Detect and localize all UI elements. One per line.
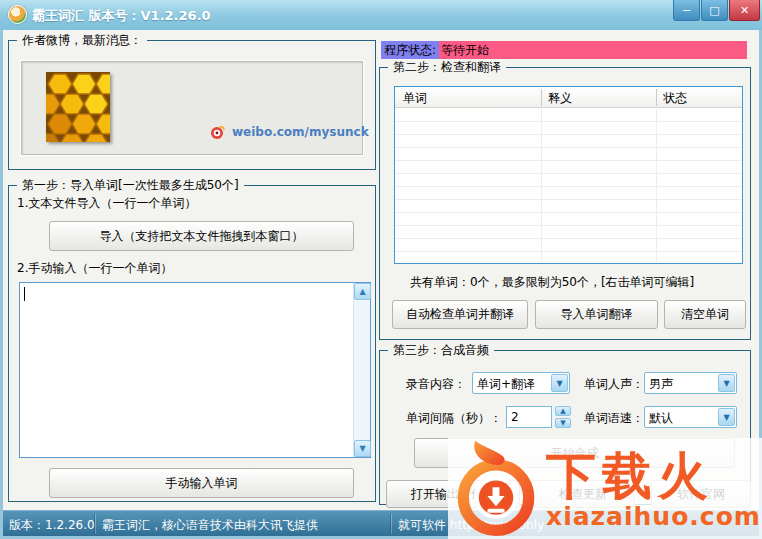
watermark-brand: 下载火: [546, 448, 761, 504]
column-header-status[interactable]: 状态: [663, 90, 687, 107]
weibo-url: weibo.com/mysunck: [232, 125, 369, 139]
weibo-banner[interactable]: weibo.com/mysunck: [21, 61, 363, 155]
voice-select[interactable]: 男声 ▼: [644, 372, 737, 394]
dropdown-arrow-icon[interactable]: ▼: [551, 374, 568, 392]
manual-input-button[interactable]: 手动输入单词: [49, 468, 354, 498]
clear-words-button[interactable]: 清空单词: [664, 300, 746, 329]
step1-groupbox: 第一步：导入单词[一次性最多生成50个] 1.文本文件导入（一行一个单词） 导入…: [8, 185, 376, 502]
app-icon: [8, 5, 27, 24]
statusbar-separator: [95, 514, 96, 534]
column-header-word[interactable]: 单词: [403, 90, 427, 107]
maximize-icon: □: [709, 4, 719, 17]
honeycomb-image: [46, 72, 110, 142]
speed-label: 单词语速：: [584, 410, 644, 427]
record-content-select[interactable]: 单词+翻译 ▼: [472, 372, 570, 394]
weibo-link[interactable]: weibo.com/mysunck: [210, 124, 369, 140]
xiazaihuo-watermark: 下载火 xiazaihuo.com: [448, 438, 762, 539]
program-status-strip: 程序状态: 等待开始: [381, 41, 747, 59]
app-window: 霸王词汇 版本号：V1.2.26.0 ─ □ ✕ 作者微博，最新消息：: [0, 0, 762, 539]
step2-group-title: 第二步：检查和翻译: [388, 59, 506, 76]
voice-label: 单词人声：: [584, 376, 644, 393]
scroll-down-icon[interactable]: ▼: [354, 440, 371, 457]
close-button[interactable]: ✕: [729, 0, 760, 21]
step3-group-title: 第三步：合成音频: [388, 342, 494, 359]
author-group-title: 作者微博，最新消息：: [17, 32, 147, 49]
speed-select[interactable]: 默认 ▼: [644, 406, 737, 428]
dropdown-arrow-icon[interactable]: ▼: [718, 408, 735, 426]
interval-label: 单词间隔（秒）：: [406, 410, 502, 427]
program-status-value: 等待开始: [439, 42, 489, 59]
import-translation-label: 导入单词翻译: [561, 306, 633, 323]
manual-input-hint: 2.手动输入（一行一个单词）: [17, 260, 172, 277]
header-separator[interactable]: [541, 89, 542, 106]
text-caret: [24, 287, 25, 301]
spin-up-icon[interactable]: ▲: [555, 406, 571, 416]
column-line: [656, 109, 657, 262]
record-content-label: 录音内容：: [406, 376, 466, 393]
program-status-label: 程序状态:: [381, 41, 439, 59]
statusbar-separator: [391, 514, 392, 534]
import-file-button-label: 导入（支持把文本文件拖拽到本窗口）: [100, 228, 304, 245]
interval-input[interactable]: 2: [506, 406, 552, 428]
maximize-button[interactable]: □: [701, 0, 728, 21]
word-table-header: 单词 释义 状态: [395, 87, 742, 108]
manual-input-button-label: 手动输入单词: [166, 475, 238, 492]
step2-groupbox: 第二步：检查和翻译 单词 释义 状态 共有单词：0个，最多限制为50个，[右击单…: [379, 67, 751, 340]
voice-value: 男声: [649, 376, 673, 393]
minimize-icon: ─: [683, 4, 690, 17]
words-textarea[interactable]: ▲ ▼: [19, 282, 371, 458]
import-translation-button[interactable]: 导入单词翻译: [535, 300, 658, 329]
weibo-icon: [210, 124, 226, 140]
header-separator[interactable]: [656, 89, 657, 106]
minimize-button[interactable]: ─: [673, 0, 700, 21]
flame-download-icon: [448, 439, 544, 539]
step1-group-title: 第一步：导入单词[一次性最多生成50个]: [17, 177, 244, 194]
word-table[interactable]: 单词 释义 状态: [394, 86, 743, 264]
speed-value: 默认: [649, 410, 673, 427]
clear-words-label: 清空单词: [681, 306, 729, 323]
statusbar-credit: 霸王词汇，核心语音技术由科大讯飞提供: [102, 517, 318, 534]
title-bar: 霸王词汇 版本号：V1.2.26.0 ─ □ ✕: [0, 0, 762, 30]
textarea-scrollbar[interactable]: ▲ ▼: [353, 283, 370, 457]
import-file-button[interactable]: 导入（支持把文本文件拖拽到本窗口）: [49, 221, 354, 251]
window-title: 霸王词汇 版本号：V1.2.26.0: [32, 7, 211, 25]
word-table-body: [395, 109, 742, 263]
interval-stepper[interactable]: 2 ▲ ▼: [506, 406, 572, 428]
close-icon: ✕: [740, 4, 749, 17]
spin-down-icon[interactable]: ▼: [555, 418, 571, 428]
author-groupbox: 作者微博，最新消息：: [8, 40, 376, 170]
scroll-up-icon[interactable]: ▲: [354, 283, 371, 300]
file-import-hint: 1.文本文件导入（一行一个单词）: [17, 195, 196, 212]
record-content-value: 单词+翻译: [477, 376, 535, 393]
word-count-summary: 共有单词：0个，最多限制为50个，[右击单词可编辑]: [410, 274, 694, 291]
statusbar-version: 版本：1.2.26.0: [9, 517, 95, 534]
auto-check-translate-label: 自动检查单词并翻译: [406, 306, 514, 323]
column-line: [541, 109, 542, 262]
column-header-meaning[interactable]: 释义: [548, 90, 572, 107]
watermark-site: xiazaihuo.com: [546, 504, 761, 530]
auto-check-translate-button[interactable]: 自动检查单词并翻译: [392, 300, 528, 329]
dropdown-arrow-icon[interactable]: ▼: [718, 374, 735, 392]
